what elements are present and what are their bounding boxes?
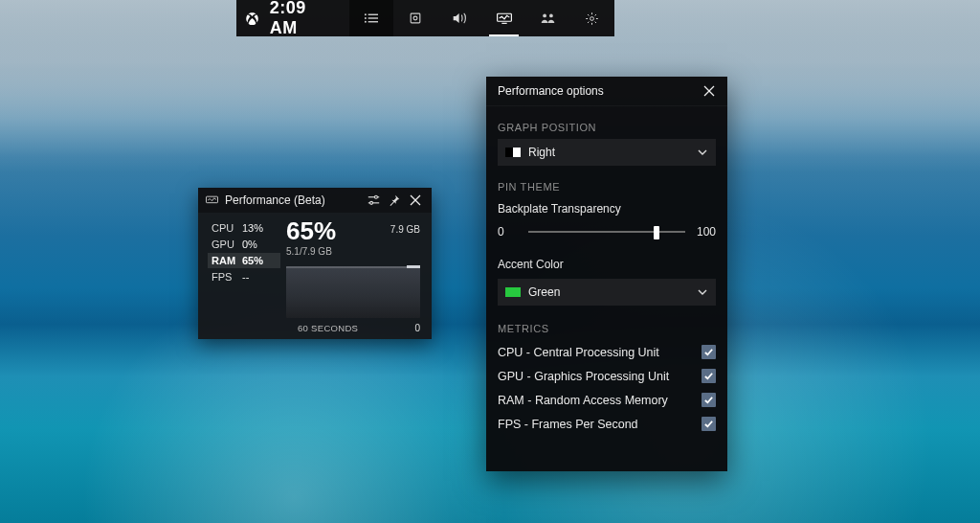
xbox-social-icon bbox=[540, 12, 556, 24]
check-icon bbox=[703, 347, 714, 357]
svg-point-12 bbox=[590, 16, 594, 20]
svg-point-15 bbox=[374, 195, 377, 198]
checkbox[interactable] bbox=[702, 417, 716, 431]
metric-gpu[interactable]: GPU 0% bbox=[208, 237, 280, 252]
performance-options-button[interactable] bbox=[363, 190, 384, 211]
performance-icon bbox=[206, 195, 219, 205]
slider-min: 0 bbox=[498, 225, 519, 239]
xbox-button[interactable] bbox=[236, 11, 268, 26]
check-icon bbox=[703, 419, 714, 429]
metric-ram[interactable]: RAM 65% bbox=[208, 253, 280, 268]
graph-zero-label: 0 bbox=[414, 323, 420, 333]
check-icon bbox=[703, 395, 714, 405]
metric-option-label: FPS - Frames Per Second bbox=[498, 418, 638, 431]
accent-heading: Accent Color bbox=[498, 258, 716, 271]
options-title: Performance options bbox=[498, 84, 699, 98]
graph-area: 65% 5.1/7.9 GB 7.9 GB 60 SECONDS 0 bbox=[280, 213, 432, 339]
chart-current-marker bbox=[407, 265, 420, 268]
svg-point-4 bbox=[365, 21, 367, 23]
capture-button[interactable] bbox=[393, 0, 437, 36]
widgets-menu-button[interactable] bbox=[349, 0, 393, 36]
checkbox[interactable] bbox=[702, 369, 716, 383]
close-icon bbox=[703, 85, 715, 97]
metric-option-0[interactable]: CPU - Central Processing Unit bbox=[498, 340, 716, 364]
svg-point-2 bbox=[365, 17, 367, 19]
chevron-down-icon bbox=[697, 147, 708, 158]
svg-point-17 bbox=[369, 201, 372, 204]
svg-rect-6 bbox=[411, 13, 420, 23]
graph-position-select[interactable]: Right bbox=[498, 139, 716, 166]
options-titlebar[interactable]: Performance options bbox=[486, 77, 727, 106]
graph-time-label: 60 SECONDS bbox=[298, 323, 358, 333]
list-icon bbox=[364, 12, 378, 24]
xbox-icon bbox=[245, 11, 259, 26]
svg-point-0 bbox=[365, 13, 367, 15]
settings-button[interactable] bbox=[570, 0, 614, 36]
metric-cpu[interactable]: CPU 13% bbox=[208, 220, 280, 236]
pin-icon bbox=[389, 194, 400, 206]
graph-sub-value: 5.1/7.9 GB bbox=[286, 246, 422, 257]
audio-button[interactable] bbox=[437, 0, 481, 36]
slider-thumb[interactable] bbox=[654, 226, 659, 239]
performance-icon bbox=[497, 12, 512, 24]
options-close-button[interactable] bbox=[699, 80, 720, 102]
svg-point-11 bbox=[549, 14, 553, 18]
close-icon bbox=[410, 194, 421, 206]
transparency-label: Backplate Transparency bbox=[498, 202, 716, 216]
transparency-slider[interactable]: 0 100 bbox=[498, 223, 716, 244]
slider-max: 100 bbox=[695, 225, 716, 239]
clock: 2:09 AM bbox=[268, 0, 349, 38]
color-swatch-icon bbox=[505, 287, 521, 297]
performance-title: Performance (Beta) bbox=[225, 193, 363, 207]
metric-option-label: GPU - Graphics Processing Unit bbox=[498, 370, 669, 383]
metric-option-label: CPU - Central Processing Unit bbox=[498, 346, 659, 359]
usage-chart bbox=[286, 266, 420, 318]
svg-point-7 bbox=[413, 16, 417, 20]
game-bar-topbar: 2:09 AM bbox=[236, 0, 614, 36]
svg-point-10 bbox=[543, 14, 546, 18]
metric-option-2[interactable]: RAM - Random Access Memory bbox=[498, 388, 716, 412]
sliders-icon bbox=[368, 194, 380, 206]
graph-max-label: 7.9 GB bbox=[390, 224, 420, 235]
metric-option-3[interactable]: FPS - Frames Per Second bbox=[498, 412, 716, 436]
graph-position-heading: GRAPH POSITION bbox=[498, 122, 716, 133]
performance-titlebar[interactable]: Performance (Beta) bbox=[198, 188, 432, 213]
pin-theme-heading: PIN THEME bbox=[498, 181, 716, 193]
performance-options-panel: Performance options GRAPH POSITION Right… bbox=[486, 77, 727, 471]
chevron-down-icon bbox=[697, 286, 708, 298]
metric-option-label: RAM - Random Access Memory bbox=[498, 394, 668, 407]
check-icon bbox=[703, 371, 714, 381]
metrics-heading: METRICS bbox=[498, 323, 716, 334]
desktop-background: 2:09 AM bbox=[0, 0, 980, 523]
social-button[interactable] bbox=[526, 0, 570, 36]
performance-pin-button[interactable] bbox=[384, 190, 405, 211]
capture-icon bbox=[409, 11, 422, 25]
performance-close-button[interactable] bbox=[405, 190, 426, 211]
metric-option-1[interactable]: GPU - Graphics Processing Unit bbox=[498, 364, 716, 388]
checkbox[interactable] bbox=[702, 345, 716, 359]
accent-color-value: Green bbox=[528, 285, 697, 299]
performance-button[interactable] bbox=[481, 0, 525, 36]
chart-line bbox=[286, 266, 420, 268]
checkbox[interactable] bbox=[702, 393, 716, 407]
position-glyph-icon bbox=[505, 148, 521, 157]
metric-fps[interactable]: FPS -- bbox=[208, 269, 280, 284]
speaker-icon bbox=[452, 11, 468, 25]
slider-track[interactable] bbox=[528, 231, 685, 233]
metrics-list: CPU 13% GPU 0% RAM 65% FPS -- bbox=[198, 213, 280, 339]
performance-widget: Performance (Beta) CPU bbox=[198, 188, 432, 339]
gear-icon bbox=[585, 11, 599, 26]
graph-position-value: Right bbox=[528, 146, 697, 159]
accent-color-select[interactable]: Green bbox=[498, 279, 716, 306]
